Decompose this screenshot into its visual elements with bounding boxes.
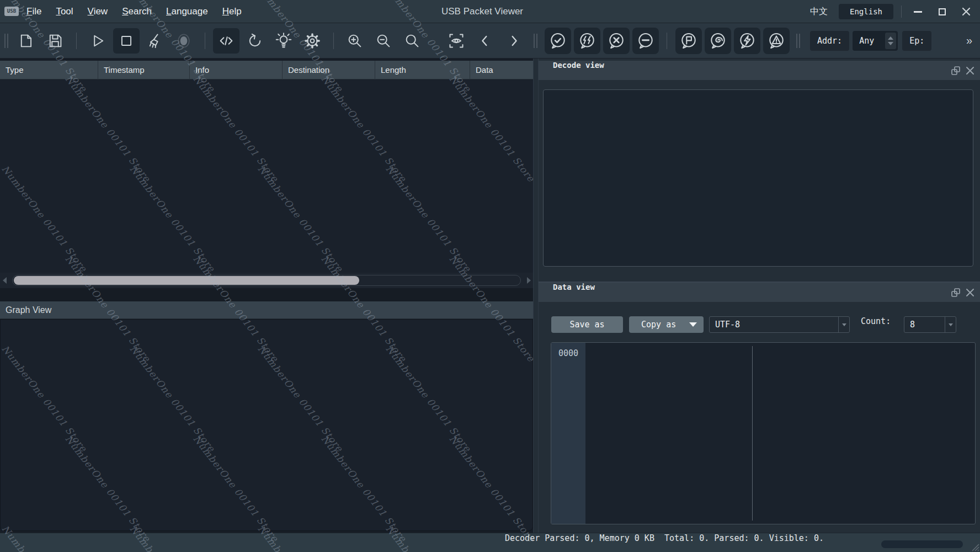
data-view-header: Data view	[539, 283, 980, 302]
hex-view[interactable]: 0000	[551, 342, 976, 524]
panel-splitter-vertical[interactable]	[533, 59, 539, 533]
play-icon	[89, 33, 106, 49]
float-panel-icon[interactable]	[950, 287, 961, 298]
scroll-left-icon	[3, 277, 7, 284]
undo-icon	[247, 33, 263, 49]
copy-as-button[interactable]: Copy as	[629, 316, 704, 333]
scroll-left-button[interactable]	[0, 277, 9, 284]
bubble-error-icon	[608, 32, 625, 50]
save-icon	[47, 33, 63, 49]
encoding-dropdown-button[interactable]	[838, 317, 849, 332]
zoom-out-button[interactable]	[370, 28, 397, 54]
menu-search[interactable]: Search	[122, 6, 152, 17]
filter-error-button[interactable]	[603, 28, 630, 54]
ep-label: Ep:	[902, 31, 931, 51]
column-header-destination[interactable]: Destination	[283, 61, 375, 79]
menu-language[interactable]: Language	[166, 6, 208, 17]
dropdown-icon	[949, 323, 953, 326]
code-icon	[218, 33, 235, 49]
code-view-button[interactable]	[213, 28, 239, 54]
scrollbar-track[interactable]	[12, 275, 521, 286]
toolbar-drag-handle[interactable]	[534, 34, 537, 48]
decode-view-title: Decode view	[539, 61, 980, 70]
graph-view-title: Graph View	[0, 301, 533, 319]
back-button[interactable]	[472, 28, 498, 54]
filter-spiral-button[interactable]	[705, 28, 731, 54]
save-as-button[interactable]: Save as	[551, 316, 623, 333]
bubble-bolt-icon	[738, 32, 756, 50]
zoom-out-icon	[375, 33, 392, 49]
toolbar-overflow-button[interactable]: »	[966, 34, 974, 47]
capture-view-button[interactable]	[443, 28, 470, 54]
count-label: Count:	[861, 316, 891, 333]
menu-view[interactable]: View	[88, 6, 108, 17]
lang-chinese-button[interactable]: 中文	[807, 4, 831, 20]
graph-view-canvas[interactable]	[0, 319, 533, 531]
column-header-data[interactable]: Data	[470, 61, 533, 79]
maximize-icon	[939, 8, 946, 15]
menu-help[interactable]: Help	[222, 6, 242, 17]
column-header-info[interactable]: Info	[190, 61, 283, 79]
filter-double-bolt-button[interactable]	[574, 28, 600, 54]
horizontal-scrollbar	[0, 273, 533, 288]
panel-splitter-horizontal[interactable]	[0, 288, 533, 301]
decode-data-splitter[interactable]	[539, 277, 980, 283]
packet-table-header: Type Timestamp Info Destination Length D…	[0, 61, 533, 79]
packet-list-panel: Type Timestamp Info Destination Length D…	[0, 59, 533, 533]
addr-spinner[interactable]	[885, 33, 896, 49]
resize-grip-icon[interactable]	[968, 540, 979, 551]
filter-bolt-button[interactable]	[734, 28, 760, 54]
column-header-length[interactable]: Length	[375, 61, 470, 79]
spinner-up-icon	[888, 36, 893, 40]
play-button[interactable]	[84, 28, 111, 54]
dropdown-icon	[689, 322, 697, 327]
addr-select[interactable]: Any	[853, 31, 898, 51]
open-file-button[interactable]	[13, 28, 40, 54]
close-panel-icon[interactable]	[965, 287, 976, 298]
undo-button[interactable]	[242, 28, 268, 54]
bubble-spiral-icon	[709, 32, 727, 50]
gear-icon	[304, 33, 321, 49]
filter-success-button[interactable]	[545, 28, 571, 54]
filter-flag-button[interactable]	[675, 28, 702, 54]
clear-button[interactable]	[142, 28, 168, 54]
forward-button[interactable]	[500, 28, 527, 54]
filter-minus-button[interactable]	[632, 28, 659, 54]
spinner-down-icon	[888, 42, 893, 45]
float-panel-icon[interactable]	[950, 65, 961, 76]
toolbar-drag-handle[interactable]	[796, 34, 800, 48]
addr-select-value: Any	[853, 36, 885, 46]
maximize-button[interactable]	[934, 3, 950, 20]
stop-button[interactable]	[113, 28, 140, 54]
encoding-select[interactable]: UTF-8	[709, 316, 850, 333]
record-button[interactable]	[171, 28, 197, 54]
hex-address-column: 0000	[551, 343, 585, 524]
packet-table-body[interactable]	[0, 79, 533, 273]
search-button[interactable]	[399, 28, 425, 54]
close-panel-icon[interactable]	[965, 65, 976, 76]
count-select[interactable]: 8	[904, 316, 956, 333]
filter-warning-button[interactable]	[763, 28, 790, 54]
scrollbar-thumb[interactable]	[14, 276, 359, 285]
light-toggle-button[interactable]	[270, 28, 297, 54]
chevron-left-icon	[477, 33, 493, 49]
minimize-button[interactable]	[909, 3, 926, 20]
count-dropdown-button[interactable]	[945, 317, 956, 332]
open-file-icon	[18, 33, 35, 49]
scroll-right-button[interactable]	[524, 277, 533, 284]
save-button[interactable]	[42, 28, 68, 54]
zoom-in-button[interactable]	[342, 28, 368, 54]
settings-button[interactable]	[299, 28, 326, 54]
titlebar: USB File Tool View Search Language Help …	[0, 0, 980, 23]
decode-view-content[interactable]	[543, 89, 973, 267]
lang-english-button[interactable]: English	[839, 4, 893, 19]
toolbar-separator	[667, 33, 667, 49]
column-header-timestamp[interactable]: Timestamp	[98, 61, 190, 79]
toolbar-separator	[205, 33, 205, 49]
menu-file[interactable]: File	[26, 6, 41, 17]
menu-tool[interactable]: Tool	[56, 6, 73, 17]
column-header-type[interactable]: Type	[0, 61, 98, 79]
close-button[interactable]	[958, 3, 974, 20]
toolbar-drag-handle[interactable]	[4, 34, 8, 48]
data-view-controls: Save as Copy as UTF-8 Count: 8	[539, 314, 980, 336]
